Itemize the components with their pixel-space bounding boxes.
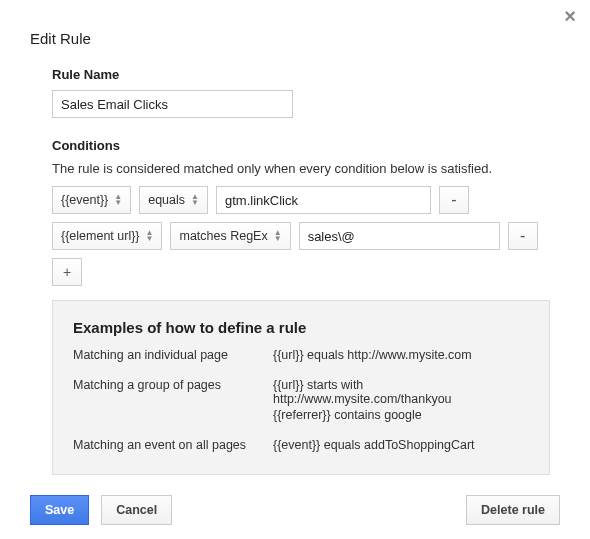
examples-panel: Examples of how to define a rule Matchin… <box>52 300 550 475</box>
conditions-label: Conditions <box>52 138 550 153</box>
close-icon[interactable]: × <box>564 6 576 26</box>
example-label: Matching an event on all pages <box>73 438 273 454</box>
stepper-icon: ▲▼ <box>146 230 154 242</box>
dialog-title: Edit Rule <box>0 0 590 47</box>
condition-value-input[interactable] <box>299 222 500 250</box>
add-condition-button[interactable]: + <box>52 258 82 286</box>
condition-row: {{event}} ▲▼ equals ▲▼ - <box>52 186 550 214</box>
select-value: {{event}} <box>61 193 108 207</box>
cancel-button[interactable]: Cancel <box>101 495 172 525</box>
example-label: Matching an individual page <box>73 348 273 364</box>
example-line: {{url}} equals http://www.mysite.com <box>273 348 529 362</box>
conditions-help-text: The rule is considered matched only when… <box>52 161 550 176</box>
condition-variable-select[interactable]: {{event}} ▲▼ <box>52 186 131 214</box>
stepper-icon: ▲▼ <box>191 194 199 206</box>
example-label: Matching a group of pages <box>73 378 273 424</box>
rule-name-input[interactable] <box>52 90 293 118</box>
example-row: Matching a group of pages {{url}} starts… <box>73 378 529 424</box>
select-value: {{element url}} <box>61 229 140 243</box>
select-value: equals <box>148 193 185 207</box>
condition-row: {{element url}} ▲▼ matches RegEx ▲▼ - <box>52 222 550 250</box>
condition-operator-select[interactable]: equals ▲▼ <box>139 186 208 214</box>
save-button[interactable]: Save <box>30 495 89 525</box>
example-line: {{referrer}} contains google <box>273 408 529 422</box>
condition-value-input[interactable] <box>216 186 431 214</box>
condition-variable-select[interactable]: {{element url}} ▲▼ <box>52 222 162 250</box>
remove-condition-button[interactable]: - <box>508 222 538 250</box>
example-row: Matching an individual page {{url}} equa… <box>73 348 529 364</box>
delete-rule-button[interactable]: Delete rule <box>466 495 560 525</box>
remove-condition-button[interactable]: - <box>439 186 469 214</box>
example-row: Matching an event on all pages {{event}}… <box>73 438 529 454</box>
edit-rule-dialog: × Edit Rule Rule Name Conditions The rul… <box>0 0 590 539</box>
rule-name-label: Rule Name <box>52 67 550 82</box>
select-value: matches RegEx <box>179 229 267 243</box>
example-line: {{url}} starts with http://www.mysite.co… <box>273 378 529 406</box>
condition-operator-select[interactable]: matches RegEx ▲▼ <box>170 222 290 250</box>
add-condition-row: + <box>52 258 550 286</box>
dialog-footer: Save Cancel Delete rule <box>0 495 590 525</box>
example-line: {{event}} equals addToShoppingCart <box>273 438 529 452</box>
stepper-icon: ▲▼ <box>114 194 122 206</box>
examples-title: Examples of how to define a rule <box>73 319 529 336</box>
stepper-icon: ▲▼ <box>274 230 282 242</box>
